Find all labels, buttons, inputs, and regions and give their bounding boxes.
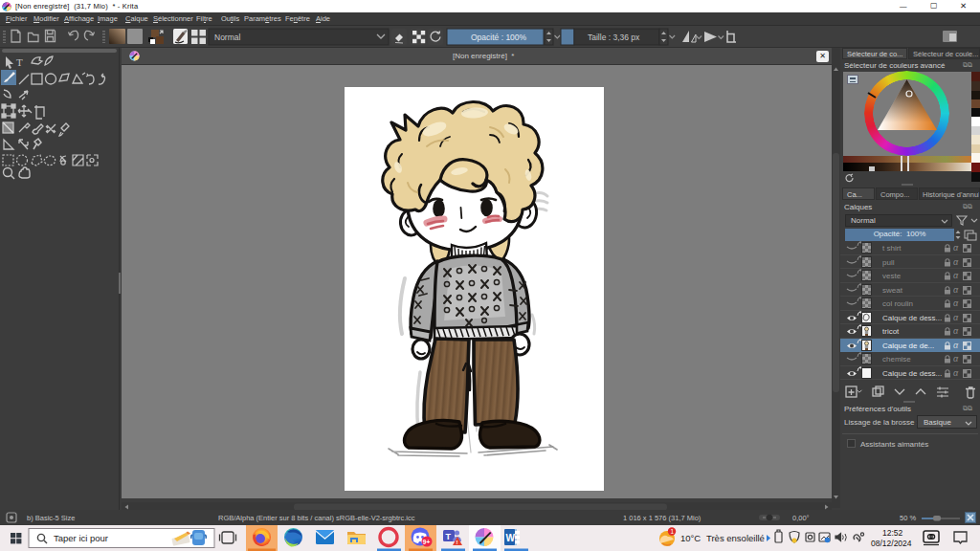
svg-text:Opacité : 100%: Opacité : 100%	[471, 33, 527, 42]
svg-text:10°C: 10°C	[680, 533, 701, 543]
svg-text:08/12/2024: 08/12/2024	[871, 539, 912, 548]
svg-text:T: T	[16, 56, 23, 68]
svg-text:T: T	[446, 532, 452, 541]
svg-text:9+: 9+	[423, 539, 431, 545]
svg-text:Très ensoleillé: Très ensoleillé	[706, 533, 765, 543]
svg-text:Taper ici pour: Taper ici pour	[54, 533, 108, 543]
svg-text:12:52: 12:52	[882, 528, 903, 538]
svg-text:Taille : 3,36 px: Taille : 3,36 px	[588, 33, 640, 42]
svg-text:Normal: Normal	[214, 33, 241, 42]
svg-text:1: 1	[671, 528, 675, 535]
svg-text:W: W	[506, 533, 516, 543]
svg-text:!: !	[457, 540, 458, 545]
